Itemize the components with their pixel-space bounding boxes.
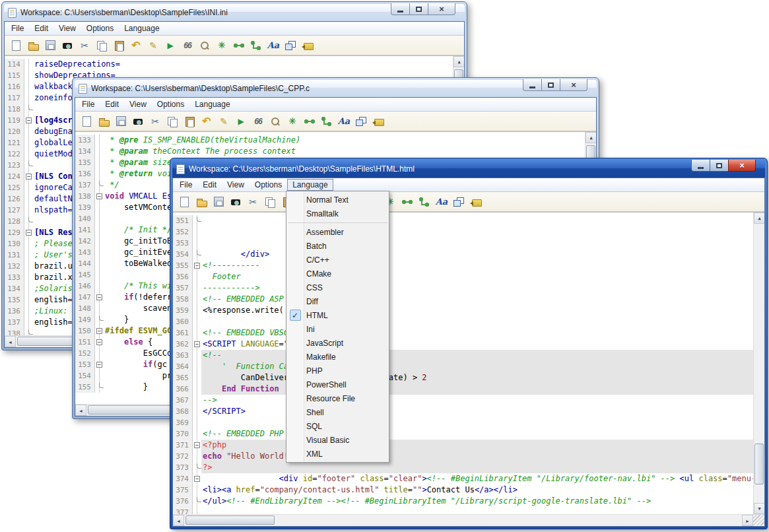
- titlebar[interactable]: Workspace: C:\Users\sberman\Desktop\Samp…: [172, 160, 765, 178]
- search-icon[interactable]: [269, 116, 281, 127]
- step-over-icon[interactable]: [401, 196, 413, 208]
- language-menu-item-powershell[interactable]: PowerShell: [286, 378, 389, 391]
- font-icon[interactable]: [338, 116, 350, 127]
- tag-icon[interactable]: [302, 40, 314, 51]
- camera-icon[interactable]: [132, 116, 144, 127]
- menu-language[interactable]: Language: [119, 22, 164, 34]
- camera-icon[interactable]: [61, 40, 73, 51]
- debug-icon[interactable]: [216, 40, 228, 51]
- language-menu-item-assembler[interactable]: Assembler: [286, 225, 389, 239]
- language-menu-item-shell[interactable]: Shell: [286, 405, 389, 419]
- fold-collapse-icon[interactable]: [26, 117, 32, 123]
- titlebar[interactable]: Workspace: C:\Users\sberman\Desktop\Samp…: [4, 4, 465, 21]
- save-icon[interactable]: [213, 196, 224, 208]
- search-icon[interactable]: [199, 40, 211, 51]
- fold-collapse-icon[interactable]: [26, 174, 32, 180]
- language-menu-item-sql[interactable]: SQL: [286, 419, 389, 433]
- save-icon[interactable]: [115, 116, 127, 127]
- maximize-button[interactable]: [710, 160, 729, 172]
- close-button[interactable]: ×: [560, 79, 587, 91]
- scroll-up-icon[interactable]: ▲: [585, 132, 596, 143]
- language-menu-item-xml[interactable]: XML: [286, 447, 389, 461]
- arrange-windows-icon[interactable]: [284, 40, 296, 51]
- language-menu-item-visual-basic[interactable]: Visual Basic: [286, 433, 389, 447]
- menu-options[interactable]: Options: [152, 98, 189, 110]
- menu-edit[interactable]: Edit: [29, 22, 53, 34]
- horizontal-scroll-thumb[interactable]: [185, 515, 275, 525]
- maximize-button[interactable]: [409, 3, 428, 15]
- language-menu-item-batch[interactable]: Batch: [286, 239, 389, 253]
- brush-icon[interactable]: [147, 40, 159, 51]
- open-folder-icon[interactable]: [98, 116, 110, 127]
- step-into-icon[interactable]: [321, 116, 333, 127]
- fold-collapse-icon[interactable]: [96, 294, 102, 300]
- debug-icon[interactable]: [286, 116, 298, 127]
- menu-file[interactable]: File: [174, 179, 197, 191]
- copy-icon[interactable]: [96, 40, 108, 51]
- menu-language[interactable]: Language: [287, 179, 333, 191]
- paste-icon[interactable]: [184, 116, 195, 127]
- scroll-up-icon[interactable]: ▲: [453, 56, 464, 67]
- menu-options[interactable]: Options: [81, 22, 119, 34]
- menu-view[interactable]: View: [53, 22, 81, 34]
- tag-icon[interactable]: [470, 196, 482, 208]
- fold-collapse-icon[interactable]: [96, 339, 102, 345]
- cut-icon[interactable]: [79, 40, 90, 51]
- language-menu-item-php[interactable]: PHP: [286, 364, 389, 378]
- fold-collapse-icon[interactable]: [96, 362, 102, 368]
- camera-icon[interactable]: [230, 196, 242, 208]
- language-menu-item-makefile[interactable]: Makefile: [286, 350, 389, 364]
- copy-icon[interactable]: [264, 196, 276, 208]
- horizontal-scrollbar[interactable]: ◄ ►: [173, 514, 764, 526]
- menu-options[interactable]: Options: [250, 179, 287, 191]
- view-icon[interactable]: [252, 116, 264, 127]
- font-icon[interactable]: [267, 40, 279, 51]
- fold-collapse-icon[interactable]: [96, 328, 102, 334]
- language-menu-item-cmake[interactable]: CMake: [286, 267, 389, 281]
- vertical-scrollbar[interactable]: ▲ ▼: [753, 213, 764, 514]
- run-icon[interactable]: [235, 116, 247, 127]
- scroll-right-icon[interactable]: ►: [742, 515, 753, 526]
- menu-edit[interactable]: Edit: [197, 179, 222, 191]
- scroll-up-icon[interactable]: ▲: [754, 213, 764, 224]
- save-icon[interactable]: [44, 40, 56, 51]
- step-over-icon[interactable]: [304, 116, 316, 127]
- scroll-left-icon[interactable]: ◄: [5, 336, 16, 347]
- language-menu-item-html[interactable]: ✓HTML: [286, 308, 389, 322]
- arrange-windows-icon[interactable]: [355, 116, 367, 127]
- fold-collapse-icon[interactable]: [194, 476, 200, 482]
- step-into-icon[interactable]: [250, 40, 262, 51]
- editor[interactable]: 351 </div>352353354 </div>355<!---------…: [173, 212, 764, 514]
- step-into-icon[interactable]: [418, 196, 430, 208]
- language-menu-item-javascript[interactable]: JavaScript: [286, 336, 389, 350]
- cut-icon[interactable]: [149, 116, 161, 127]
- open-folder-icon[interactable]: [195, 196, 207, 208]
- minimize-button[interactable]: [691, 160, 710, 172]
- font-icon[interactable]: [436, 196, 448, 208]
- paste-icon[interactable]: [113, 40, 125, 51]
- menu-language[interactable]: Language: [189, 98, 235, 110]
- resize-grip[interactable]: [753, 515, 764, 525]
- menu-file[interactable]: File: [77, 98, 100, 110]
- arrange-windows-icon[interactable]: [453, 196, 465, 208]
- scroll-down-icon[interactable]: ▼: [754, 503, 764, 514]
- menu-file[interactable]: File: [6, 22, 29, 34]
- menu-view[interactable]: View: [222, 179, 250, 191]
- scroll-left-icon[interactable]: ◄: [173, 515, 184, 526]
- run-icon[interactable]: [164, 40, 176, 51]
- cut-icon[interactable]: [247, 196, 259, 208]
- language-menu-item-ini[interactable]: Ini: [286, 322, 389, 336]
- fold-collapse-icon[interactable]: [26, 230, 32, 236]
- menu-view[interactable]: View: [124, 98, 152, 110]
- fold-collapse-icon[interactable]: [194, 263, 200, 269]
- view-icon[interactable]: [182, 40, 193, 51]
- language-menu-item-normal-text[interactable]: Normal Text: [286, 193, 389, 207]
- language-menu-item-resource-file[interactable]: Resource File: [286, 391, 389, 405]
- undo-icon[interactable]: [201, 116, 213, 127]
- fold-collapse-icon[interactable]: [194, 341, 200, 347]
- tag-icon[interactable]: [372, 116, 384, 127]
- language-menu-item-css[interactable]: CSS: [286, 281, 389, 294]
- brush-icon[interactable]: [218, 116, 230, 127]
- close-button[interactable]: ×: [428, 3, 455, 15]
- language-menu-item-diff[interactable]: Diff: [286, 294, 389, 308]
